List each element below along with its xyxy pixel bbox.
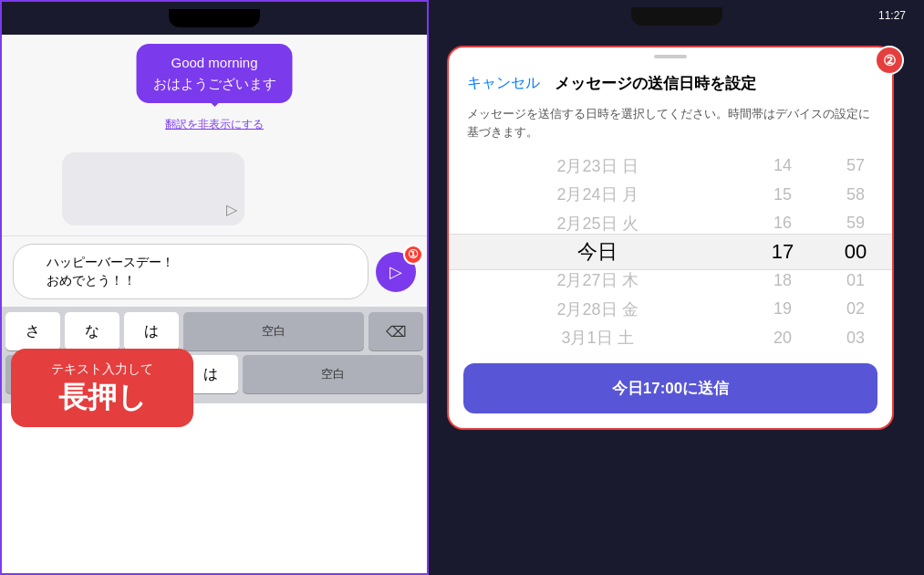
key-na[interactable]: な — [65, 312, 119, 350]
send-icon-small: ▷ — [226, 201, 237, 218]
picker-min-6: 03 — [819, 324, 892, 352]
picker-hour-4: 18 — [746, 267, 819, 295]
key-ha[interactable]: は — [124, 312, 179, 350]
picker-date-4: 2月27日 木 — [449, 267, 746, 295]
status-time: 11:27 — [878, 9, 906, 22]
picker-min-1: 58 — [819, 180, 892, 208]
hide-translation-link[interactable]: 翻訳を非表示にする — [16, 117, 412, 132]
picker-min-selected: 00 — [819, 237, 892, 266]
translation-line2: おはようございます — [153, 74, 276, 95]
key-sa[interactable]: さ — [5, 312, 60, 350]
picker-hour-selected: 17 — [746, 237, 819, 266]
input-wrapper: 🔍 ハッピーバースデー！ おめでとう！！ — [13, 244, 369, 299]
modal-subtitle: メッセージを送信する日時を選択してください。時間帯はデバイスの設定に基づきます。 — [449, 101, 892, 152]
right-panel: 11:27 キャンセル メッセージの送信日時を設定 メッセージを送信する日時を選… — [429, 0, 924, 575]
instruction-small: テキスト入力して — [29, 361, 175, 378]
picker-container: 2月23日 日 2月24日 月 2月25日 火 今日 2月27日 木 2月28日… — [449, 152, 892, 352]
message-bubble: ▷ — [62, 152, 244, 225]
badge-1: ① — [403, 245, 423, 265]
input-line1: ハッピーバースデー！ — [47, 254, 355, 272]
phone-notch — [169, 9, 260, 27]
left-panel: Good morning おはようございます 翻訳を非表示にする ▷ 🔍 ハッピ… — [0, 0, 429, 575]
picker-min-2: 59 — [819, 209, 892, 237]
picker-min-4: 01 — [819, 267, 892, 295]
modal-cancel-button[interactable]: キャンセル — [467, 74, 540, 93]
picker-hour-5: 19 — [746, 295, 819, 323]
translation-bubble: Good morning おはようございます — [137, 44, 293, 103]
input-line2: おめでとう！！ — [47, 272, 355, 290]
picker-minute-column[interactable]: 57 58 59 00 01 02 03 — [819, 152, 892, 352]
translation-line1: Good morning — [153, 53, 276, 74]
key-space[interactable]: 空白 — [183, 312, 364, 350]
picker-date-1: 2月24日 月 — [449, 180, 746, 208]
input-area: 🔍 ハッピーバースデー！ おめでとう！！ ▷ ① — [2, 235, 427, 307]
phone-right-top-bar: 11:27 — [429, 0, 924, 33]
picker-hour-0: 14 — [746, 152, 819, 180]
modal-header: キャンセル メッセージの送信日時を設定 — [449, 58, 892, 101]
keyboard-row-1: さ な は 空白 ⌫ — [5, 312, 423, 350]
picker-date-column[interactable]: 2月23日 日 2月24日 月 2月25日 火 今日 2月27日 木 2月28日… — [449, 152, 746, 352]
schedule-modal: キャンセル メッセージの送信日時を設定 メッセージを送信する日時を選択してくださ… — [447, 46, 894, 430]
picker-hour-1: 15 — [746, 180, 819, 208]
picker-min-0: 57 — [819, 152, 892, 180]
picker-date-selected: 今日 — [449, 237, 746, 266]
key-backspace[interactable]: ⌫ — [369, 312, 423, 350]
message-input[interactable]: ハッピーバースデー！ おめでとう！！ — [13, 244, 369, 299]
confirm-send-button[interactable]: 今日17:00に送信 — [463, 363, 877, 413]
instruction-overlay: テキスト入力して 長押し — [11, 349, 193, 427]
picker-min-5: 02 — [819, 295, 892, 323]
key-space-2[interactable]: 空白 — [243, 355, 423, 393]
send-icon: ▷ — [389, 262, 402, 282]
phone-top-bar — [2, 2, 427, 35]
picker-date-2: 2月25日 火 — [449, 209, 746, 237]
instruction-large: 長押し — [29, 380, 175, 414]
picker-hour-2: 16 — [746, 209, 819, 237]
badge-2: ② — [875, 46, 904, 75]
picker-date-6: 3月1日 土 — [449, 324, 746, 352]
phone-right-notch — [631, 7, 722, 26]
send-button[interactable]: ▷ ① — [376, 252, 416, 292]
picker-date-5: 2月28日 金 — [449, 295, 746, 323]
chat-area: Good morning おはようございます 翻訳を非表示にする ▷ — [2, 35, 427, 235]
picker-hour-column[interactable]: 14 15 16 17 18 19 20 — [746, 152, 819, 352]
picker-hour-6: 20 — [746, 324, 819, 352]
picker-date-0: 2月23日 日 — [449, 152, 746, 180]
modal-title: メッセージの送信日時を設定 — [555, 73, 756, 94]
